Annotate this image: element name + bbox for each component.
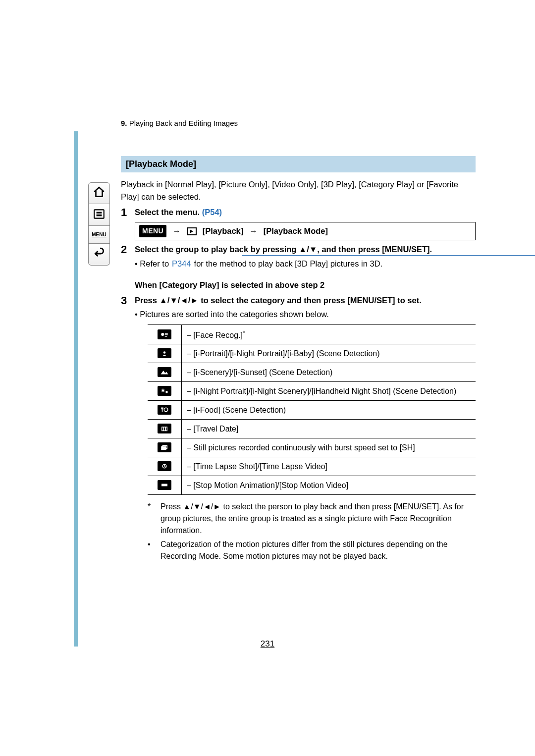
footnote-1-text: Press ▲/▼/◄/► to select the person to pl…: [160, 501, 476, 537]
svg-rect-23: [161, 484, 167, 485]
top-rule: [242, 255, 535, 256]
menu-path: MENU → [Playback] → [Playback Mode]: [135, 222, 476, 240]
svg-rect-24: [161, 486, 167, 487]
category-label: – [i-Food] (Scene Detection): [182, 401, 476, 420]
table-row: – [Travel Date]: [148, 420, 476, 438]
step-1: 1 Select the menu. (P54) MENU → [Playbac…: [121, 206, 476, 241]
svg-rect-7: [165, 336, 167, 337]
nav-home-button[interactable]: [88, 182, 110, 204]
breadcrumb: 9. Playing Back and Editing Images: [121, 119, 476, 127]
svg-rect-6: [165, 334, 168, 335]
sidebar-nav: MENU: [88, 182, 110, 266]
section-title: [Playback Mode]: [121, 156, 476, 172]
table-row: – [Time Lapse Shot]/[Time Lapse Video]: [148, 457, 476, 476]
category-sup: *: [243, 329, 245, 336]
table-row: – [i-Food] (Scene Detection): [148, 401, 476, 420]
category-label: – [i-Portrait]/[i-Night Portrait]/[i-Bab…: [182, 344, 476, 363]
footnote-bullet: •: [148, 539, 157, 562]
playback-icon: [187, 227, 197, 235]
svg-marker-9: [161, 371, 168, 375]
menu-badge-icon: MENU: [139, 225, 166, 237]
night-icon: [158, 386, 171, 396]
table-row: – [i-Scenery]/[i-Sunset] (Scene Detectio…: [148, 363, 476, 382]
footnotes: * Press ▲/▼/◄/► to select the person to …: [148, 501, 476, 562]
svg-rect-5: [165, 333, 168, 334]
accent-bar: [74, 131, 78, 647]
category-label: – [Face Recog.]: [187, 331, 243, 339]
step-1-number: 1: [121, 206, 135, 219]
travel-icon: [158, 424, 171, 433]
step-3-sub: • Pictures are sorted into the categorie…: [135, 308, 476, 321]
breadcrumb-number: 9.: [121, 119, 127, 127]
arrow-icon: →: [172, 225, 181, 237]
food-icon: [158, 405, 171, 415]
page-number[interactable]: 231: [0, 639, 535, 649]
burst-icon: [158, 442, 171, 452]
category-label: – Still pictures recorded continuously w…: [182, 438, 476, 457]
svg-point-8: [163, 352, 166, 354]
step-3-sub-text: • Pictures are sorted into the categorie…: [135, 308, 329, 321]
category-label: – [i-Night Portrait]/[i-Night Scenery]/[…: [182, 382, 476, 401]
face-recog-icon: [158, 329, 171, 339]
step-1-link[interactable]: (P54): [202, 208, 222, 216]
step-2-number: 2: [121, 243, 135, 256]
nav-back-button[interactable]: [88, 244, 110, 266]
step-3-number: 3: [121, 294, 135, 307]
step-2-head: Select the group to play back by pressin…: [135, 243, 476, 256]
menu-path-a: [Playback]: [203, 225, 244, 237]
table-row: – [Face Recog.]*: [148, 325, 476, 344]
table-row: – [i-Portrait]/[i-Night Portrait]/[i-Bab…: [148, 344, 476, 363]
nav-menu-label: MENU: [92, 232, 106, 237]
category-label: – [Time Lapse Shot]/[Time Lapse Video]: [182, 457, 476, 476]
home-icon: [93, 186, 106, 201]
svg-point-4: [161, 333, 164, 336]
category-label: – [i-Scenery]/[i-Sunset] (Scene Detectio…: [182, 363, 476, 382]
stopmotion-icon: [158, 480, 171, 490]
table-row: – [i-Night Portrait]/[i-Night Scenery]/[…: [148, 382, 476, 401]
intro-text: Playback in [Normal Play], [Picture Only…: [121, 178, 476, 203]
back-icon: [93, 247, 106, 262]
svg-point-15: [164, 408, 168, 412]
category-label: – [Stop Motion Animation]/[Stop Motion V…: [182, 476, 476, 495]
svg-marker-10: [161, 388, 165, 392]
step-2-sub-prefix: • Refer to: [135, 258, 169, 270]
table-row: – Still pictures recorded continuously w…: [148, 438, 476, 457]
footnote-2-text: Categorization of the motion pictures di…: [160, 539, 476, 562]
breadcrumb-text: Playing Back and Editing Images: [129, 119, 238, 127]
scenery-icon: [158, 367, 171, 377]
portrait-icon: [158, 348, 171, 358]
table-row: – [Stop Motion Animation]/[Stop Motion V…: [148, 476, 476, 495]
step-2-sub-suffix: for the method to play back [3D Play] pi…: [194, 258, 383, 270]
footnote-mark: *: [148, 501, 157, 537]
timelapse-icon: [158, 461, 171, 471]
step-3-prehead: When [Category Play] is selected in abov…: [135, 279, 476, 291]
step-3-head: Press ▲/▼/◄/► to select the category and…: [135, 294, 476, 307]
category-table: – [Face Recog.]* – [i-Portrait]/[i-Night…: [148, 324, 476, 495]
step-2: 2 Select the group to play back by press…: [121, 243, 476, 270]
nav-toc-button[interactable]: [88, 204, 110, 226]
step-1-head: Select the menu.: [135, 208, 202, 216]
arrow-icon: →: [249, 225, 258, 237]
step-2-sub-link[interactable]: P344: [172, 258, 191, 270]
category-label: – [Travel Date]: [182, 420, 476, 438]
menu-path-b: [Playback Mode]: [264, 225, 328, 237]
svg-point-11: [165, 391, 168, 393]
nav-menu-button[interactable]: MENU: [88, 226, 110, 244]
list-icon: [93, 208, 106, 222]
page-content: 9. Playing Back and Editing Images [Play…: [121, 119, 476, 562]
step-3: 3 Press ▲/▼/◄/► to select the category a…: [121, 294, 476, 321]
svg-rect-16: [162, 427, 167, 431]
